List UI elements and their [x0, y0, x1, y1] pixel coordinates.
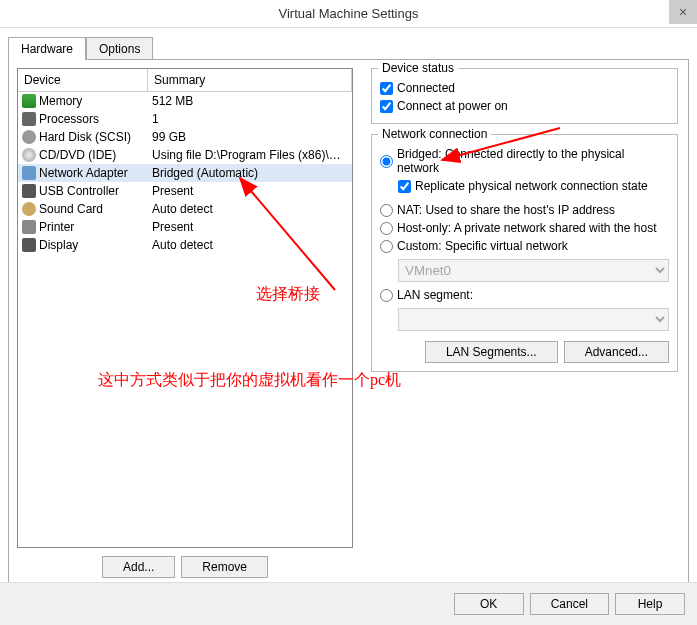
table-row[interactable]: DisplayAuto detect — [18, 236, 352, 254]
device-summary: 1 — [148, 111, 352, 127]
prn-icon — [22, 220, 36, 234]
custom-label: Custom: Specific virtual network — [397, 239, 568, 253]
device-summary: Auto detect — [148, 201, 352, 217]
lanseg-radio-row[interactable]: LAN segment: — [380, 286, 669, 304]
nat-radio[interactable] — [380, 204, 393, 217]
device-summary: Bridged (Automatic) — [148, 165, 352, 181]
device-summary: Using file D:\Program Files (x86)\Virtua… — [148, 147, 352, 163]
device-name: CD/DVD (IDE) — [39, 148, 116, 162]
ok-button[interactable]: OK — [454, 593, 524, 615]
custom-radio-row[interactable]: Custom: Specific virtual network — [380, 237, 669, 255]
table-row[interactable]: PrinterPresent — [18, 218, 352, 236]
device-summary: Present — [148, 219, 352, 235]
remove-button[interactable]: Remove — [181, 556, 268, 578]
lanseg-select[interactable] — [398, 308, 669, 331]
col-summary[interactable]: Summary — [148, 69, 352, 92]
replicate-checkbox[interactable] — [398, 180, 411, 193]
table-row[interactable]: Network AdapterBridged (Automatic) — [18, 164, 352, 182]
main-panel: Device Summary Memory512 MBProcessors1Ha… — [8, 59, 689, 587]
custom-vmnet-select[interactable]: VMnet0 — [398, 259, 669, 282]
table-row[interactable]: Hard Disk (SCSI)99 GB — [18, 128, 352, 146]
device-name: Processors — [39, 112, 99, 126]
custom-radio[interactable] — [380, 240, 393, 253]
snd-icon — [22, 202, 36, 216]
device-name: Printer — [39, 220, 74, 234]
tab-hardware[interactable]: Hardware — [8, 37, 86, 60]
dsp-icon — [22, 238, 36, 252]
device-summary: Present — [148, 183, 352, 199]
help-button[interactable]: Help — [615, 593, 685, 615]
device-table: Device Summary Memory512 MBProcessors1Ha… — [17, 68, 353, 548]
nat-radio-row[interactable]: NAT: Used to share the host's IP address — [380, 201, 669, 219]
hostonly-radio[interactable] — [380, 222, 393, 235]
cancel-button[interactable]: Cancel — [530, 593, 609, 615]
device-name: Hard Disk (SCSI) — [39, 130, 131, 144]
device-summary: Auto detect — [148, 237, 352, 253]
poweron-checkbox[interactable] — [380, 100, 393, 113]
lanseg-label: LAN segment: — [397, 288, 473, 302]
close-button[interactable]: × — [669, 0, 697, 24]
network-buttons: LAN Segments... Advanced... — [380, 341, 669, 363]
bridged-radio-row[interactable]: Bridged: Connected directly to the physi… — [380, 145, 669, 177]
settings-column: Device status Connected Connect at power… — [361, 60, 688, 586]
device-status-title: Device status — [378, 61, 458, 75]
bridged-label: Bridged: Connected directly to the physi… — [397, 147, 669, 175]
table-row[interactable]: USB ControllerPresent — [18, 182, 352, 200]
poweron-label: Connect at power on — [397, 99, 508, 113]
network-connection-title: Network connection — [378, 127, 491, 141]
replicate-label: Replicate physical network connection st… — [415, 179, 648, 193]
lan-segments-button[interactable]: LAN Segments... — [425, 341, 558, 363]
replicate-checkbox-row[interactable]: Replicate physical network connection st… — [398, 177, 669, 195]
col-device[interactable]: Device — [18, 69, 148, 92]
advanced-button[interactable]: Advanced... — [564, 341, 669, 363]
device-table-header: Device Summary — [18, 69, 352, 92]
poweron-checkbox-row[interactable]: Connect at power on — [380, 97, 669, 115]
device-table-body: Memory512 MBProcessors1Hard Disk (SCSI)9… — [18, 92, 352, 254]
connected-label: Connected — [397, 81, 455, 95]
nat-label: NAT: Used to share the host's IP address — [397, 203, 615, 217]
hostonly-label: Host-only: A private network shared with… — [397, 221, 656, 235]
device-status-group: Device status Connected Connect at power… — [371, 68, 678, 124]
mem-icon — [22, 94, 36, 108]
connected-checkbox[interactable] — [380, 82, 393, 95]
cd-icon — [22, 148, 36, 162]
tab-options[interactable]: Options — [86, 37, 153, 60]
device-list-column: Device Summary Memory512 MBProcessors1Ha… — [9, 60, 361, 586]
connected-checkbox-row[interactable]: Connected — [380, 79, 669, 97]
bridged-radio[interactable] — [380, 155, 393, 168]
device-name: Network Adapter — [39, 166, 128, 180]
device-name: Display — [39, 238, 78, 252]
window-title: Virtual Machine Settings — [279, 6, 419, 21]
titlebar: Virtual Machine Settings × — [0, 0, 697, 28]
network-connection-group: Network connection Bridged: Connected di… — [371, 134, 678, 372]
tab-bar: Hardware Options — [0, 28, 697, 59]
hdd-icon — [22, 130, 36, 144]
table-row[interactable]: Sound CardAuto detect — [18, 200, 352, 218]
table-row[interactable]: Processors1 — [18, 110, 352, 128]
device-summary: 99 GB — [148, 129, 352, 145]
cpu-icon — [22, 112, 36, 126]
lanseg-radio[interactable] — [380, 289, 393, 302]
net-icon — [22, 166, 36, 180]
hostonly-radio-row[interactable]: Host-only: A private network shared with… — [380, 219, 669, 237]
device-buttons: Add... Remove — [17, 548, 353, 578]
table-row[interactable]: Memory512 MB — [18, 92, 352, 110]
usb-icon — [22, 184, 36, 198]
device-summary: 512 MB — [148, 93, 352, 109]
table-row[interactable]: CD/DVD (IDE)Using file D:\Program Files … — [18, 146, 352, 164]
device-name: Memory — [39, 94, 82, 108]
device-name: Sound Card — [39, 202, 103, 216]
add-button[interactable]: Add... — [102, 556, 175, 578]
footer: OK Cancel Help — [0, 582, 697, 625]
device-name: USB Controller — [39, 184, 119, 198]
close-icon: × — [679, 4, 687, 20]
